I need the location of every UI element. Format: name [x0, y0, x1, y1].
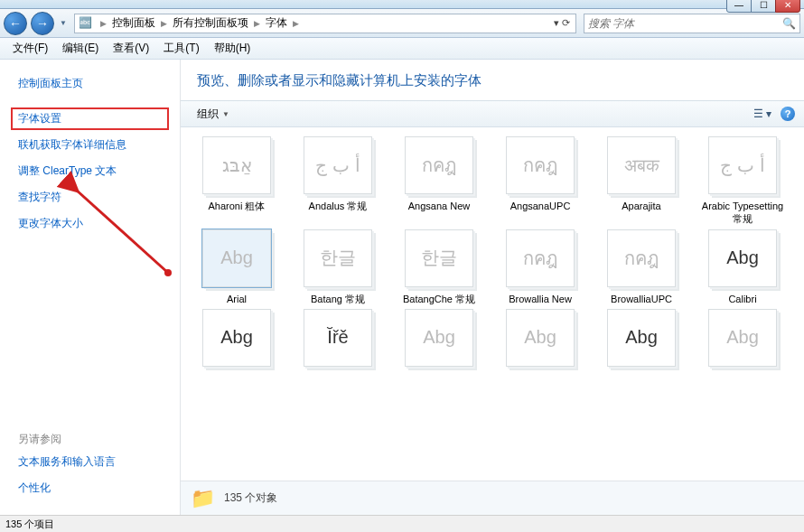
breadcrumb-segment[interactable]: 控制面板: [110, 15, 157, 31]
font-label: AngsanaUPC: [510, 200, 571, 212]
font-preview-icon: Ĭřě: [304, 309, 372, 367]
font-preview-icon: Abg: [607, 309, 676, 367]
font-label: BatangChe 常规: [403, 293, 475, 305]
font-item[interactable]: أ ب جArabic Typesetting 常规: [694, 136, 791, 226]
status-bar: 135 个项目: [0, 515, 804, 532]
font-preview-icon: Abg: [708, 229, 777, 287]
close-button[interactable]: ✕: [775, 0, 800, 13]
fonts-folder-large-icon: 📁: [190, 486, 215, 511]
font-preview-icon: 한글: [405, 229, 473, 287]
page-title: 预览、删除或者显示和隐藏计算机上安装的字体: [181, 60, 804, 100]
sidebar-link-cleartype[interactable]: 调整 ClearType 文本: [11, 160, 169, 182]
font-item[interactable]: กคฎAngsana New: [390, 136, 488, 226]
font-grid: אַבּגAharoni 粗体أ ب جAndalus 常规กคฎAngsana…: [181, 127, 804, 481]
sidebar-link-font-settings[interactable]: 字体设置: [11, 107, 169, 130]
font-preview-icon: אַבּג: [202, 136, 271, 194]
forward-button[interactable]: →: [31, 12, 54, 35]
minimize-button[interactable]: —: [726, 0, 752, 13]
font-label: BrowalliaUPC: [611, 293, 672, 305]
font-item[interactable]: Abg: [491, 309, 589, 372]
font-preview-icon: Abg: [202, 309, 271, 367]
font-label: Arial: [227, 293, 247, 305]
font-preview-icon: 한글: [304, 229, 372, 287]
font-preview-icon: กคฎ: [506, 136, 575, 194]
font-label: Angsana New: [408, 200, 471, 212]
view-options-icon[interactable]: ☰ ▾: [753, 107, 771, 120]
font-item[interactable]: אַבּגAharoni 粗体: [188, 136, 285, 226]
sidebar-link-online-font-info[interactable]: 联机获取字体详细信息: [11, 134, 169, 156]
menu-view[interactable]: 查看(V): [106, 39, 156, 58]
menu-tools[interactable]: 工具(T): [156, 39, 206, 58]
sidebar: 控制面板主页 字体设置 联机获取字体详细信息 调整 ClearType 文本 查…: [0, 60, 181, 515]
font-item[interactable]: Abg: [593, 309, 690, 372]
font-label: Batang 常规: [311, 293, 365, 305]
back-button[interactable]: ←: [4, 12, 27, 35]
font-item[interactable]: Abg: [694, 309, 791, 372]
menu-edit[interactable]: 编辑(E): [55, 39, 106, 58]
toolbar: 组织 ▼ ☰ ▾ ?: [181, 100, 804, 127]
sidebar-home-link[interactable]: 控制面板主页: [11, 72, 169, 95]
details-count: 135 个对象: [224, 490, 277, 506]
font-item[interactable]: Abg: [390, 309, 488, 372]
sidebar-see-also-heading: 另请参阅: [11, 428, 169, 451]
font-label: Browallia New: [509, 293, 572, 305]
font-item[interactable]: กคฎAngsanaUPC: [491, 136, 589, 226]
sidebar-link-find-char[interactable]: 查找字符: [11, 186, 169, 209]
status-item-count: 135 个项目: [5, 518, 54, 531]
title-bar: — ☐ ✕: [0, 0, 804, 9]
sidebar-link-personalization[interactable]: 个性化: [11, 477, 169, 499]
menu-file[interactable]: 文件(F): [5, 39, 55, 58]
breadcrumb-segment[interactable]: 所有控制面板项: [171, 15, 250, 31]
main-panel: 预览、删除或者显示和隐藏计算机上安装的字体 组织 ▼ ☰ ▾ ? אַבּגAh…: [181, 60, 804, 515]
font-preview-icon: Abg: [202, 229, 271, 287]
maximize-button[interactable]: ☐: [751, 0, 776, 13]
font-preview-icon: أ ب ج: [304, 136, 372, 194]
fonts-folder-icon: 🔤: [79, 16, 93, 31]
search-icon[interactable]: 🔍: [782, 17, 796, 30]
content-area: 控制面板主页 字体设置 联机获取字体详细信息 调整 ClearType 文本 查…: [0, 60, 804, 515]
font-label: Calibri: [728, 293, 756, 305]
font-item[interactable]: 한글Batang 常规: [289, 229, 387, 305]
font-label: Arabic Typesetting 常规: [697, 200, 788, 226]
sidebar-link-text-services[interactable]: 文本服务和输入语言: [11, 451, 169, 473]
history-dropdown-icon[interactable]: ▼: [60, 19, 67, 27]
breadcrumb-sep-icon: ▶: [289, 19, 303, 28]
address-bar[interactable]: 🔤 ▶ 控制面板 ▶ 所有控制面板项 ▶ 字体 ▶ ▾ ⟳: [74, 14, 576, 33]
chevron-down-icon: ▼: [222, 110, 229, 118]
details-pane: 📁 135 个对象: [181, 481, 804, 515]
font-preview-icon: กคฎ: [405, 136, 473, 194]
font-item[interactable]: أ ب جAndalus 常规: [289, 136, 387, 226]
breadcrumb-sep-icon: ▶: [250, 19, 264, 28]
font-item[interactable]: AbgArial: [188, 229, 285, 305]
organize-button[interactable]: 组织 ▼: [190, 104, 237, 125]
font-preview-icon: أ ب ج: [708, 136, 777, 194]
breadcrumb-sep-icon: ▶: [157, 19, 171, 28]
font-item[interactable]: Ĭřě: [289, 309, 387, 372]
refresh-dropdown-icon[interactable]: ▾ ⟳: [552, 17, 572, 29]
font-label: Aparajita: [622, 200, 660, 212]
font-item[interactable]: 한글BatangChe 常规: [390, 229, 488, 305]
help-icon[interactable]: ?: [781, 107, 795, 121]
menu-bar: 文件(F) 编辑(E) 查看(V) 工具(T) 帮助(H): [0, 38, 804, 60]
organize-label: 组织: [197, 107, 219, 122]
navigation-bar: ← → ▼ 🔤 ▶ 控制面板 ▶ 所有控制面板项 ▶ 字体 ▶ ▾ ⟳ 🔍: [0, 9, 804, 38]
search-box[interactable]: 🔍: [584, 14, 800, 33]
search-input[interactable]: [588, 17, 782, 30]
sidebar-link-change-font-size[interactable]: 更改字体大小: [11, 212, 169, 235]
font-item[interactable]: अबकAparajita: [593, 136, 690, 226]
font-item[interactable]: AbgCalibri: [694, 229, 791, 305]
font-item[interactable]: Abg: [188, 309, 285, 372]
breadcrumb-segment[interactable]: 字体: [264, 15, 289, 31]
font-preview-icon: กคฎ: [607, 229, 676, 287]
font-label: Aharoni 粗体: [209, 200, 266, 212]
font-preview-icon: กคฎ: [506, 229, 575, 287]
window-controls: — ☐ ✕: [727, 0, 800, 13]
menu-help[interactable]: 帮助(H): [207, 39, 258, 58]
font-item[interactable]: กคฎBrowallia New: [491, 229, 589, 305]
font-item[interactable]: กคฎBrowalliaUPC: [593, 229, 690, 305]
font-preview-icon: Abg: [708, 309, 777, 367]
font-preview-icon: Abg: [506, 309, 575, 367]
font-preview-icon: अबक: [607, 136, 676, 194]
breadcrumb-sep-icon: ▶: [97, 19, 110, 28]
font-preview-icon: Abg: [405, 309, 473, 367]
